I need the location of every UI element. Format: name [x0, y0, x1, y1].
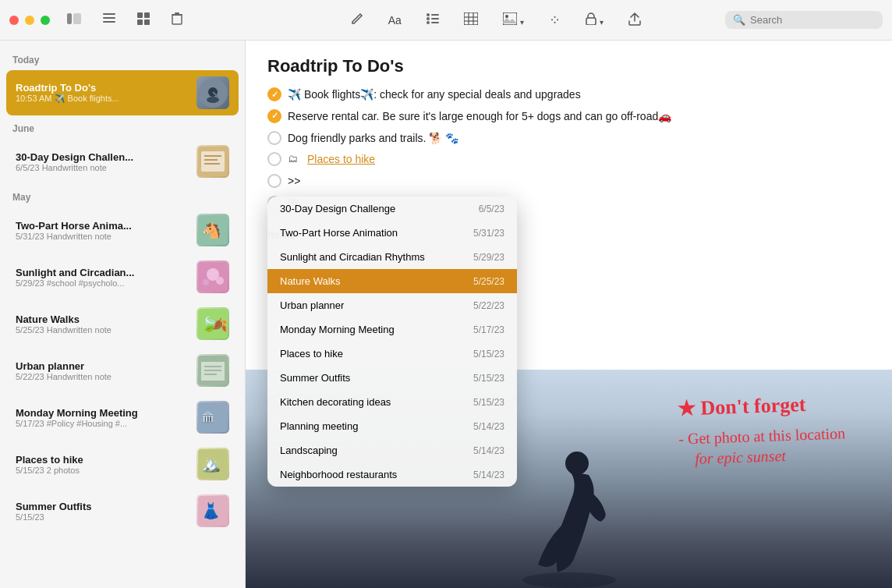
svg-rect-31: [201, 151, 225, 172]
dropdown-item[interactable]: Urban planner5/22/23: [267, 293, 517, 317]
dropdown-item-name: Urban planner: [280, 299, 344, 311]
dropdown-item-name: Monday Morning Meeting: [280, 324, 395, 335]
left-toolbar: [62, 9, 187, 30]
note-info: Urban planner 5/22/23 Handwritten note: [16, 360, 189, 381]
dropdown-item-name: Nature Walks: [280, 275, 341, 287]
dropdown-item[interactable]: Kitchen decorating ideas5/15/23: [267, 390, 517, 414]
sidebar-item-nature[interactable]: Nature Walks 5/25/23 Handwritten note 🍃🍂: [6, 301, 239, 346]
checkbox-4[interactable]: [267, 152, 281, 166]
dropdown-item[interactable]: 30-Day Design Challenge6/5/23: [267, 197, 517, 221]
svg-point-56: [565, 452, 589, 475]
search-input[interactable]: [750, 14, 875, 26]
dropdown-item-date: 5/15/23: [473, 397, 504, 408]
svg-rect-8: [144, 19, 150, 25]
dropdown-item-name: Kitchen decorating ideas: [280, 396, 391, 408]
sidebar-item-hike[interactable]: Places to hike 5/15/23 2 photos 🏔️: [6, 441, 239, 487]
note-thumbnail: 🏛️: [196, 401, 229, 434]
close-button[interactable]: [9, 16, 19, 25]
note-info: Roadtrip To Do's 10:53 AM ✈️ Book flight…: [16, 82, 189, 104]
svg-rect-1: [73, 13, 81, 24]
font-button[interactable]: Aa: [384, 11, 406, 30]
share-button[interactable]: [624, 9, 646, 31]
note-info: Nature Walks 5/25/23 Handwritten note: [16, 313, 189, 335]
dropdown-item-name: Neighborhood restaurants: [280, 469, 397, 480]
sidebar-section-june: June: [0, 117, 245, 137]
dropdown-item[interactable]: Places to hike5/15/23: [267, 342, 517, 366]
sidebar-section-may: May: [0, 186, 245, 206]
note-thumbnail: [196, 260, 229, 293]
note-info: Monday Morning Meeting 5/17/23 #Policy #…: [16, 407, 189, 428]
media-button[interactable]: ▾: [498, 9, 529, 30]
svg-rect-3: [103, 17, 115, 19]
handwritten-line1: ★ Don't forget: [678, 390, 845, 422]
svg-rect-45: [201, 362, 225, 381]
checkbox-3[interactable]: [267, 131, 281, 145]
checkbox-1[interactable]: [267, 87, 281, 101]
svg-text:🍂: 🍂: [212, 317, 228, 332]
dropdown-item[interactable]: Landscaping5/14/23: [267, 438, 517, 462]
compose-button[interactable]: [346, 9, 368, 30]
collab-button[interactable]: ⁘: [544, 9, 565, 32]
dropdown-item-name: Two-Part Horse Animation: [280, 227, 398, 239]
note-title: Monday Morning Meeting: [16, 407, 189, 419]
note-meta: 10:53 AM ✈️ Book flights...: [16, 94, 189, 104]
note-title: Urban planner: [16, 360, 189, 372]
svg-rect-13: [431, 14, 439, 16]
dropdown-item[interactable]: Nature Walks5/25/23: [267, 269, 517, 293]
delete-button[interactable]: [167, 9, 187, 30]
dropdown-item[interactable]: Planning meeting5/14/23: [267, 414, 517, 438]
svg-rect-11: [175, 12, 179, 14]
maximize-button[interactable]: [41, 16, 50, 25]
dropdown-item[interactable]: Neighborhood restaurants5/14/23: [267, 462, 517, 487]
dropdown-item-date: 5/31/23: [473, 228, 504, 239]
checkbox-2[interactable]: [267, 109, 281, 123]
note-text-5: >>: [288, 172, 300, 191]
dropdown-item[interactable]: Summer Outfits5/15/23: [267, 366, 517, 390]
note-link-hike[interactable]: Places to hike: [307, 151, 375, 169]
table-button[interactable]: [459, 9, 483, 30]
dropdown-item[interactable]: Two-Part Horse Animation5/31/23: [267, 221, 517, 245]
note-meta: 5/15/23 2 photos: [16, 466, 189, 475]
svg-rect-7: [137, 19, 143, 25]
dropdown-item[interactable]: Monday Morning Meeting5/17/23: [267, 317, 517, 342]
note-title: Sunlight and Circadian...: [16, 267, 189, 278]
note-meta: 5/15/23: [16, 512, 189, 522]
format-button[interactable]: [422, 10, 444, 30]
svg-text:🏔️: 🏔️: [201, 455, 221, 473]
dropdown-item-date: 5/22/23: [473, 300, 504, 311]
sidebar-toggle-button[interactable]: [62, 10, 86, 30]
note-text-1: ✈️ Book flights✈️: check for any special…: [288, 86, 581, 104]
titlebar-right: 🔍: [725, 11, 883, 29]
svg-point-55: [522, 572, 616, 588]
note-thumbnail: 🐴: [196, 214, 229, 246]
svg-point-27: [207, 97, 219, 103]
svg-rect-0: [67, 13, 72, 24]
checkbox-5[interactable]: [267, 174, 281, 188]
grid-view-button[interactable]: [133, 9, 154, 30]
minimize-button[interactable]: [25, 16, 34, 25]
lock-button[interactable]: ▾: [581, 9, 608, 30]
dropdown-item[interactable]: Sunlight and Circadian Rhythms5/29/23: [267, 245, 517, 269]
folder-icon: 🗂: [288, 151, 298, 168]
note-meta: 5/17/23 #Policy #Housing #...: [16, 419, 189, 428]
center-toolbar: Aa ▾ ⁘ ▾: [346, 9, 646, 32]
list-view-button[interactable]: [98, 10, 120, 30]
note-line-5: >>: [267, 172, 870, 191]
autocomplete-dropdown[interactable]: 30-Day Design Challenge6/5/23Two-Part Ho…: [267, 197, 517, 487]
sidebar-item-urban[interactable]: Urban planner 5/22/23 Handwritten note: [6, 348, 239, 393]
svg-rect-5: [137, 12, 143, 18]
sidebar-item-summer[interactable]: Summer Outfits 5/15/23 👗: [6, 488, 239, 533]
svg-rect-18: [464, 12, 478, 25]
sidebar-item-roadtrip[interactable]: Roadtrip To Do's 10:53 AM ✈️ Book flight…: [6, 70, 239, 115]
svg-rect-9: [172, 15, 182, 24]
sidebar-item-monday[interactable]: Monday Morning Meeting 5/17/23 #Policy #…: [6, 395, 239, 440]
dropdown-item-name: Summer Outfits: [280, 372, 350, 384]
note-line-4: 🗂 Places to hike: [267, 151, 870, 169]
sidebar-item-horse[interactable]: Two-Part Horse Anima... 5/31/23 Handwrit…: [6, 207, 239, 253]
sidebar-item-design[interactable]: 30-Day Design Challen... 6/5/23 Handwrit…: [6, 139, 239, 184]
titlebar: Aa ▾ ⁘ ▾ 🔍: [0, 0, 892, 41]
sidebar-item-sunlight[interactable]: Sunlight and Circadian... 5/29/23 #schoo…: [6, 254, 239, 299]
svg-rect-4: [103, 21, 115, 23]
note-header: Roadtrip To Do's: [246, 41, 892, 83]
search-bar[interactable]: 🔍: [725, 11, 883, 29]
